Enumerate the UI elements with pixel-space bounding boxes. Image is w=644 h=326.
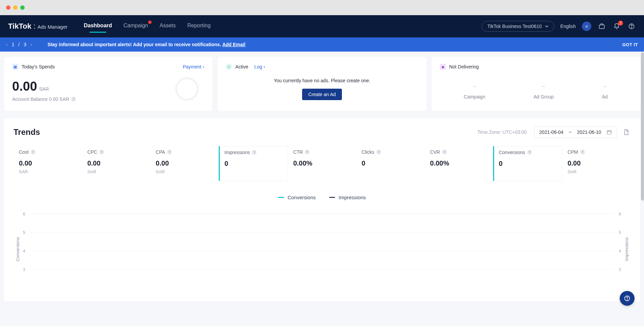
deliv-adgroup-label: Ad Group — [534, 94, 554, 99]
metric-help-icon[interactable]: ? — [527, 150, 532, 155]
legend-line-icon — [278, 197, 284, 198]
cards-row: ▦ Today's Spends Payment › 0.00SAR Accou… — [0, 52, 644, 116]
alert-link[interactable]: Add Email — [222, 42, 245, 47]
metric-help-icon[interactable]: ? — [99, 150, 104, 154]
metric-currency: SAR — [567, 169, 626, 174]
not-delivering-row: – Campaign – Ad Group – Ad — [440, 83, 632, 99]
metric-clicks[interactable]: Clicks?0 — [356, 146, 425, 181]
top-nav: TikTok: Ads Manager Dashboard Campaign A… — [0, 15, 644, 37]
metrics-row: Cost?0.00SARCPC?0.00SARCPA?0.00SARImpres… — [14, 146, 630, 181]
metric-cost[interactable]: Cost?0.00SAR — [14, 146, 82, 181]
metric-label: Impressions — [224, 150, 250, 155]
metric-value: 0.00 — [87, 159, 146, 167]
no-ads-text: You currently have no ads. Please create… — [226, 78, 418, 83]
svg-point-2 — [631, 28, 632, 28]
metric-conversions[interactable]: Conversions?0 — [493, 146, 562, 181]
date-range-picker[interactable]: 2021-06-04 ~ 2021-06-10 — [534, 126, 617, 138]
tick-right: 6 — [619, 212, 621, 216]
alert-next-icon[interactable]: › — [30, 42, 32, 47]
metric-cpc[interactable]: CPC?0.00SAR — [82, 146, 151, 181]
alert-nav: ‹ 1 / 3 › — [6, 42, 32, 47]
help-icon[interactable] — [627, 22, 636, 31]
nav-reporting[interactable]: Reporting — [187, 23, 211, 30]
not-delivering-icon: ◆ — [440, 64, 446, 70]
alert-cur: 1 — [12, 42, 15, 47]
gridline: 55 — [30, 232, 614, 233]
create-ad-button[interactable]: Create an Ad — [302, 89, 342, 100]
tick-left: 4 — [23, 249, 25, 254]
nav-campaign[interactable]: Campaign — [124, 23, 148, 30]
date-sep: ~ — [569, 129, 571, 135]
metric-cpm[interactable]: CPM?0.00SAR — [562, 146, 630, 181]
chevron-down-icon — [545, 25, 548, 27]
metric-help-icon[interactable]: ? — [305, 150, 310, 154]
alert-gotit-button[interactable]: GOT IT — [622, 42, 638, 47]
metric-ctr[interactable]: CTR?0.00% — [288, 146, 356, 181]
bell-icon[interactable]: 2 — [612, 22, 621, 31]
gridline: 33 — [30, 269, 614, 270]
metric-help-icon[interactable]: ? — [31, 150, 35, 154]
metric-help-icon[interactable]: ? — [442, 150, 447, 154]
macos-titlebar — [0, 0, 644, 15]
alert-text: Stay informed about important alerts! Ad… — [48, 42, 245, 47]
tick-left: 6 — [23, 212, 25, 216]
bell-badge: 2 — [618, 21, 623, 26]
legend-impressions[interactable]: Impressions — [329, 195, 366, 200]
date-to: 2021-06-10 — [577, 129, 601, 135]
deliv-campaign-label: Campaign — [464, 94, 485, 99]
metric-cvr[interactable]: CVR?0.00% — [425, 146, 493, 181]
metric-cpa[interactable]: CPA?0.00SAR — [150, 146, 219, 181]
account-balance: Account Balance 0.00 SAR ? — [12, 96, 204, 102]
metric-help-icon[interactable]: ? — [376, 150, 381, 154]
close-window-dot[interactable] — [6, 5, 10, 10]
brand-name: TikTok — [8, 22, 31, 31]
metric-currency: SAR — [19, 169, 77, 174]
dash-icon: – — [602, 83, 608, 89]
metric-label: Conversions — [499, 150, 525, 155]
scrollbar[interactable] — [641, 52, 644, 201]
alert-prev-icon[interactable]: ‹ — [6, 42, 8, 47]
legend-conversions[interactable]: Conversions — [278, 195, 316, 200]
spend-title: Today's Spends — [22, 64, 55, 69]
metric-label: Cost — [19, 149, 29, 155]
export-button[interactable] — [622, 128, 630, 137]
account-name: TikTok Business Test0610 — [487, 24, 542, 29]
balance-help-icon[interactable]: ? — [71, 97, 76, 101]
metric-value: 0 — [361, 159, 420, 167]
deliv-ad-label: Ad — [602, 94, 608, 99]
metric-label: CPC — [87, 149, 98, 155]
chart-wrap: Conversions 66554433 Impressions — [14, 210, 630, 288]
balance-text: Account Balance 0.00 SAR — [12, 96, 69, 102]
metric-label: CPM — [567, 149, 578, 155]
avatar[interactable]: u — [582, 22, 591, 31]
brand-sub: Ads Manager — [37, 24, 68, 30]
log-label: Log — [254, 64, 262, 69]
dash-icon: – — [534, 83, 554, 89]
maximize-window-dot[interactable] — [20, 5, 25, 10]
nav-right: TikTok Business Test0610 English u 2 — [482, 21, 636, 32]
metric-help-icon[interactable]: ? — [167, 150, 172, 154]
metric-currency: SAR — [156, 169, 214, 174]
metric-help-icon[interactable]: ? — [252, 150, 257, 155]
payment-link[interactable]: Payment › — [183, 64, 204, 69]
metric-help-icon[interactable]: ? — [580, 150, 585, 154]
gridline: 44 — [30, 251, 614, 251]
nav-assets[interactable]: Assets — [160, 23, 176, 30]
chevron-right-icon: › — [264, 64, 265, 69]
alert-bar: ‹ 1 / 3 › Stay informed about important … — [0, 37, 644, 52]
minimize-window-dot[interactable] — [13, 5, 18, 10]
alert-msg: Stay informed about important alerts! Ad… — [48, 42, 222, 47]
log-link[interactable]: Log › — [254, 64, 265, 69]
chevron-right-icon: › — [203, 64, 205, 69]
brand-logo: TikTok: Ads Manager — [8, 22, 68, 31]
account-selector[interactable]: TikTok Business Test0610 — [482, 21, 554, 32]
metric-impressions[interactable]: Impressions?0 — [219, 146, 288, 181]
deliv-adgroup: – Ad Group — [534, 83, 554, 99]
not-delivering-card: ◆ Not Delivering – Campaign – Ad Group –… — [432, 57, 640, 111]
metric-value: 0 — [224, 160, 283, 168]
nav-dashboard[interactable]: Dashboard — [84, 23, 112, 30]
briefcase-icon[interactable] — [597, 22, 606, 31]
language-selector[interactable]: English — [560, 24, 576, 29]
active-card: ✓ Active Log › You currently have no ads… — [218, 57, 426, 111]
help-fab[interactable] — [620, 291, 635, 306]
